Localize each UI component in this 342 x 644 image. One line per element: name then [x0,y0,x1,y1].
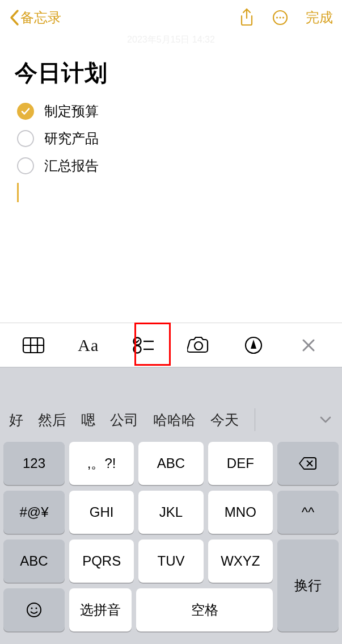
key-return-label: 换行 [294,576,322,595]
key-wxyz[interactable]: WXYZ [208,540,273,583]
checkbox-checked-icon[interactable] [17,103,34,120]
key-def[interactable]: DEF [208,442,273,485]
chevron-left-icon [9,9,19,26]
checklist: 制定预算 研究产品 汇总报告 [15,98,327,179]
key-pinyin-select[interactable]: 选拼音 [69,588,132,632]
keyboard-gap [0,367,342,401]
camera-button[interactable] [180,331,217,359]
key-space[interactable]: 空格 [136,588,273,632]
back-button[interactable]: 备忘录 [9,9,61,27]
checklist-item-text[interactable]: 研究产品 [44,129,99,148]
candidate-word[interactable]: 好 [9,411,23,429]
checklist-item-text[interactable]: 汇总报告 [44,157,99,175]
back-label: 备忘录 [20,9,61,27]
checkbox-unchecked-icon[interactable] [17,157,34,174]
key-backspace[interactable] [277,442,339,485]
share-icon[interactable] [239,8,255,27]
expand-candidates-button[interactable] [314,416,337,424]
candidate-word[interactable]: 然后 [38,411,66,429]
key-123[interactable]: 123 [3,442,65,485]
separator [255,408,255,431]
candidate-word[interactable]: 哈哈哈 [153,411,196,429]
keyboard: 123 ,。?! ABC DEF #@¥ GHI JKL MNO ^^ ABC [0,438,342,644]
note-title[interactable]: 今日计划 [15,57,327,89]
svg-point-12 [195,342,202,350]
key-pqrs[interactable]: PQRS [69,540,134,583]
done-button[interactable]: 完成 [306,9,333,27]
key-mno[interactable]: MNO [208,491,273,534]
close-keyboard-button[interactable] [290,331,327,359]
svg-point-2 [279,16,281,18]
checklist-item[interactable]: 汇总报告 [15,152,327,179]
checklist-item[interactable]: 制定预算 [15,98,327,125]
candidate-bar: 好 然后 嗯 公司 哈哈哈 今天 [0,401,342,438]
svg-point-20 [36,608,37,609]
key-tuv[interactable]: TUV [138,540,203,583]
candidate-word[interactable]: 公司 [110,411,138,429]
format-toolbar: Aa [0,323,342,367]
candidate-word[interactable]: 嗯 [81,411,95,429]
nav-bar: 备忘录 完成 [0,0,342,35]
key-emoji[interactable] [3,588,65,632]
text-format-button[interactable]: Aa [70,331,107,359]
svg-point-3 [282,16,284,18]
text-cursor [17,183,19,202]
checklist-item-text[interactable]: 制定预算 [44,102,99,120]
checkbox-unchecked-icon[interactable] [17,130,34,147]
markup-button[interactable] [235,331,272,359]
more-icon[interactable] [272,9,289,26]
key-punct[interactable]: ,。?! [69,442,134,485]
svg-point-1 [276,16,278,18]
key-jkl[interactable]: JKL [138,491,203,534]
checklist-item[interactable]: 研究产品 [15,125,327,152]
note-timestamp: 2023年5月15日 14:32 [0,34,342,46]
key-abc[interactable]: ABC [138,442,203,485]
key-emoticon[interactable]: ^^ [277,491,339,534]
table-button[interactable] [15,331,52,359]
svg-point-10 [133,345,141,353]
key-abc-mode[interactable]: ABC [3,540,65,583]
note-body[interactable]: 今日计划 制定预算 研究产品 汇总报告 [0,46,342,323]
key-return[interactable]: 换行 [277,540,339,632]
candidate-word[interactable]: 今天 [210,411,239,429]
svg-point-18 [27,603,41,617]
key-ghi[interactable]: GHI [69,491,134,534]
svg-point-19 [31,608,33,609]
checklist-button[interactable] [125,331,162,359]
aa-icon: Aa [78,336,99,355]
key-symbols[interactable]: #@¥ [3,491,65,534]
